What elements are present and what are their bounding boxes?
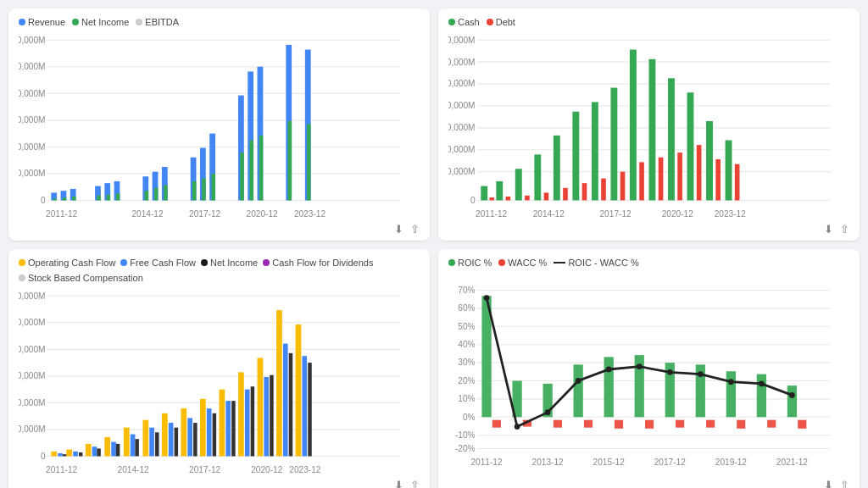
svg-text:2019-12: 2019-12	[715, 458, 748, 467]
svg-rect-141	[264, 377, 269, 456]
svg-text:2013-12: 2013-12	[532, 458, 565, 467]
svg-rect-34	[97, 196, 101, 201]
svg-rect-122	[162, 413, 168, 457]
cashflow-download-button[interactable]: ⬇	[394, 479, 403, 488]
svg-rect-186	[574, 365, 583, 418]
cashdebt-legend-debt: Debt	[487, 17, 515, 27]
ebitda-dot	[136, 19, 142, 25]
svg-rect-73	[554, 136, 560, 201]
svg-rect-198	[615, 420, 623, 429]
cashdebt-card: Cash Debt 0 10,000M 20,000M	[438, 8, 860, 241]
svg-text:40%: 40%	[458, 340, 475, 349]
revenue-share-button[interactable]: ⇧	[410, 223, 420, 236]
cashdebt-legend-cash: Cash	[448, 17, 480, 27]
svg-text:60,000M: 60,000M	[19, 115, 46, 125]
svg-rect-157	[308, 363, 312, 456]
svg-rect-202	[737, 420, 745, 429]
svg-rect-39	[164, 185, 168, 200]
svg-rect-196	[554, 420, 562, 428]
svg-rect-142	[283, 344, 288, 457]
svg-text:2017-12: 2017-12	[189, 209, 221, 219]
svg-rect-116	[51, 452, 57, 457]
svg-rect-119	[104, 437, 110, 457]
svg-text:50%: 50%	[458, 322, 475, 331]
sbc-dot	[19, 274, 25, 281]
svg-rect-201	[706, 420, 715, 428]
svg-rect-81	[706, 121, 713, 200]
debt-label: Debt	[496, 17, 515, 27]
cashflow-legend: Operating Cash Flow Free Cash Flow Net I…	[19, 258, 420, 283]
svg-rect-120	[124, 428, 130, 457]
svg-point-212	[698, 371, 704, 377]
svg-rect-140	[245, 390, 250, 457]
dividends-dot	[263, 259, 270, 266]
svg-rect-136	[169, 423, 174, 456]
revenue-download-button[interactable]: ⬇	[394, 223, 403, 236]
svg-text:2011-12: 2011-12	[46, 209, 78, 219]
svg-rect-38	[154, 188, 159, 201]
svg-rect-135	[149, 428, 154, 457]
revenue-chart: 0 20,000M 40,000M 60,000M 80,000M 100,00…	[19, 30, 420, 221]
revenue-legend-ebitda: EBITDA	[136, 17, 179, 27]
svg-rect-72	[534, 154, 541, 200]
svg-rect-130	[58, 453, 63, 456]
cashdebt-legend: Cash Debt	[448, 17, 849, 27]
svg-rect-148	[135, 439, 139, 456]
svg-rect-191	[726, 371, 736, 417]
svg-rect-86	[544, 192, 549, 200]
svg-text:50,000M: 50,000M	[448, 79, 476, 88]
roic-card: ROIC % WACC % ROIC - WACC %	[438, 249, 860, 488]
svg-rect-204	[798, 420, 806, 429]
svg-text:20%: 20%	[458, 376, 475, 385]
svg-rect-80	[687, 92, 694, 200]
svg-text:10,000M: 10,000M	[19, 425, 46, 435]
svg-rect-123	[181, 408, 186, 456]
svg-point-207	[545, 410, 551, 416]
roic-chart: 70% 60% 50% 40% 30% 20% 10% 0% -10% -20%	[448, 271, 849, 477]
revenue-chart-area: 0 20,000M 40,000M 60,000M 80,000M 100,00…	[19, 30, 420, 221]
svg-rect-92	[659, 158, 664, 201]
svg-rect-117	[66, 450, 72, 457]
svg-rect-88	[582, 183, 587, 200]
svg-rect-127	[258, 358, 264, 457]
svg-rect-131	[73, 452, 78, 457]
svg-rect-43	[240, 152, 244, 200]
svg-text:-10%: -10%	[455, 430, 476, 440]
svg-text:70%: 70%	[458, 286, 475, 295]
svg-rect-154	[251, 386, 255, 456]
svg-rect-139	[225, 401, 231, 456]
svg-text:60%: 60%	[458, 304, 475, 313]
roic-share-button[interactable]: ⇧	[840, 479, 849, 488]
dashboard: Revenue Net Income EBITDA	[0, 0, 868, 488]
svg-rect-75	[592, 102, 598, 200]
svg-text:2011-12: 2011-12	[46, 465, 78, 474]
svg-text:0: 0	[41, 452, 46, 461]
svg-rect-46	[288, 121, 292, 200]
svg-rect-200	[676, 420, 684, 428]
svg-rect-125	[220, 390, 225, 457]
dividends-label: Cash Flow for Dividends	[272, 258, 373, 268]
svg-rect-121	[142, 420, 148, 457]
svg-point-213	[728, 379, 734, 385]
cashflow-legend-operating: Operating Cash Flow	[19, 258, 115, 268]
cashflow-share-button[interactable]: ⇧	[410, 479, 420, 488]
svg-rect-143	[302, 356, 307, 456]
roic-download-button[interactable]: ⬇	[824, 479, 833, 488]
svg-rect-197	[584, 420, 593, 428]
svg-rect-31	[53, 198, 58, 200]
cashdebt-share-button[interactable]: ⇧	[840, 223, 849, 236]
svg-rect-95	[715, 159, 721, 200]
cashdebt-download-button[interactable]: ⬇	[824, 223, 833, 236]
svg-rect-187	[604, 358, 614, 418]
svg-rect-82	[726, 141, 732, 201]
revenue-legend-netincome: Net Income	[72, 17, 129, 27]
cashflow-legend-free: Free Cash Flow	[120, 258, 196, 268]
svg-rect-77	[630, 50, 637, 201]
svg-rect-36	[116, 194, 120, 201]
roic-footer: ⬇ ⇧	[448, 477, 849, 488]
roic-label: ROIC %	[458, 258, 492, 268]
netincome-dot	[72, 19, 79, 25]
svg-rect-155	[270, 375, 274, 457]
svg-rect-32	[63, 197, 67, 200]
svg-rect-145	[79, 452, 83, 457]
